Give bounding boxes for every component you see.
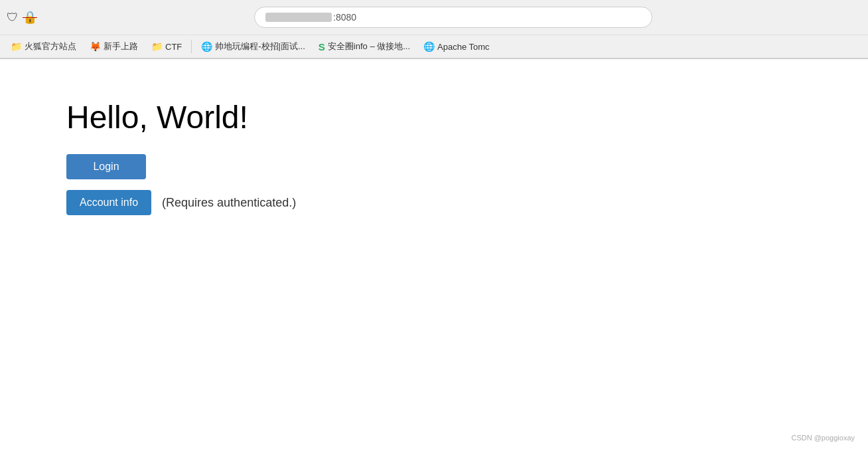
firefox-icon: 🦊 [90, 41, 101, 52]
folder-icon: 📁 [151, 41, 163, 52]
folder-icon: 📁 [11, 41, 22, 52]
bookmark-shuaidi[interactable]: 🌐 帅地玩编程-校招|面试... [196, 39, 311, 54]
bookmark-firefox-official[interactable]: 📁 火狐官方站点 [5, 39, 82, 54]
page-content: Hello, World! Login Account info (Requir… [0, 59, 868, 449]
nav-icons: 🛡 🔒 [7, 10, 37, 25]
s-icon: S [319, 41, 325, 52]
browser-chrome: 🛡 🔒 :8080 📁 火狐官方站点 🦊 新手上路 📁 CTF 🌐 帅地玩编程-… [0, 0, 868, 59]
watermark: CSDN @poggioxay [791, 434, 855, 442]
login-button[interactable]: Login [66, 154, 146, 179]
url-blurred [265, 13, 332, 22]
account-info-row: Account info (Requires authenticated.) [66, 190, 868, 215]
bookmark-apache[interactable]: 🌐 Apache Tomc [418, 39, 495, 54]
address-bar-row: 🛡 🔒 :8080 [0, 0, 868, 35]
address-bar[interactable]: :8080 [254, 7, 652, 28]
url-text: :8080 [333, 12, 356, 23]
account-info-button[interactable]: Account info [66, 190, 151, 215]
globe-icon: 🌐 [201, 41, 212, 52]
bookmark-ctf[interactable]: 📁 CTF [146, 39, 187, 54]
bookmark-label: Apache Tomc [437, 42, 490, 52]
bookmark-anquanquan[interactable]: S 安全圈info – 做接地... [313, 39, 415, 54]
bookmark-label: 火狐官方站点 [25, 41, 76, 52]
globe-icon: 🌐 [423, 41, 435, 52]
bookmark-divider [191, 40, 192, 53]
login-button-row: Login [66, 154, 868, 179]
bookmark-label: 安全圈info – 做接地... [328, 41, 410, 52]
bookmark-label: CTF [165, 42, 182, 52]
requires-authenticated-text: (Requires authenticated.) [162, 196, 296, 210]
bookmarks-bar: 📁 火狐官方站点 🦊 新手上路 📁 CTF 🌐 帅地玩编程-校招|面试... S… [0, 35, 868, 58]
page-heading: Hello, World! [66, 99, 868, 135]
bookmark-label: 新手上路 [104, 41, 138, 52]
bookmark-label: 帅地玩编程-校招|面试... [215, 41, 305, 52]
shield-icon: 🛡 [7, 11, 19, 25]
bookmark-beginner[interactable]: 🦊 新手上路 [84, 39, 143, 54]
lock-icon: 🔒 [23, 10, 37, 25]
